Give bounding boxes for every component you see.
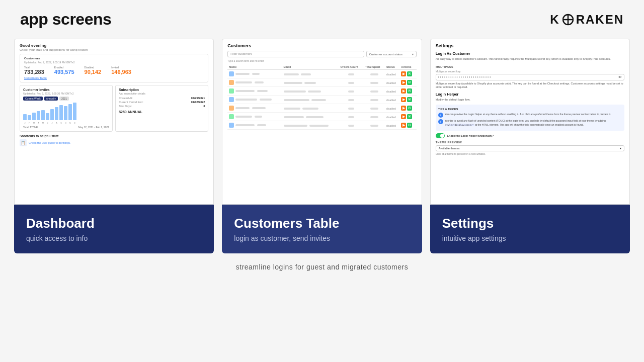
table-row: disabled ▶ ✉	[227, 121, 416, 130]
bar-Oct	[64, 106, 67, 120]
bar-Feb	[28, 115, 31, 120]
table-row: disabled ▶ ✉	[227, 87, 416, 96]
mini-bar-chart	[23, 103, 109, 120]
table-row: disabled ▶ ✉	[227, 96, 416, 104]
dash-table-link[interactable]: Customers Table	[24, 76, 204, 79]
shortcuts-section: Shortcuts to helpful stuff 📋 Check the u…	[20, 134, 208, 146]
shortcut-icon: 📋	[20, 139, 27, 146]
chevron-down-icon: ▾	[620, 147, 621, 150]
login-as-customer-title: Login As Customer	[436, 51, 624, 56]
login-helper-title: Login Helper	[436, 92, 624, 97]
dashboard-card: Good evening Check your stats and sugges…	[14, 39, 214, 253]
col-name: Name	[227, 64, 282, 70]
multipass-input: •••••••••••••••••••••••••• 👁	[436, 74, 624, 80]
screens-container: Good evening Check your stats and sugges…	[0, 34, 644, 253]
avatar	[229, 106, 234, 111]
action-btn-green[interactable]: ✉	[407, 88, 412, 94]
table-row: disabled ▶ ✉	[227, 104, 416, 113]
settings-overlay: Settings intuitive app settings	[430, 205, 630, 253]
customers-overlay-title: Customers Table	[234, 216, 410, 231]
table-row: disabled ▶ ✉	[227, 70, 416, 78]
sub-trial: Trial Days: 3	[119, 105, 205, 108]
bar-Dec	[73, 103, 76, 120]
sub-price: $250 ANNUAL	[119, 110, 205, 114]
action-btn-orange[interactable]: ▶	[401, 123, 406, 128]
login-helper-section: Login Helper Modify the default login fl…	[436, 92, 624, 155]
dash-updated: Updated at: Feb 2, 2022, 9:55:19 PM GMT+…	[24, 61, 204, 64]
settings-preview: Settings Login As Customer An easy way t…	[430, 39, 630, 205]
cust-status-filter[interactable]: Customer account status ▾	[366, 51, 417, 57]
dash-customers-label: Customers	[24, 57, 204, 60]
customers-overlay-subtitle: login as customer, send invites	[234, 234, 410, 242]
toggle-row: Enable the Login Helper functionality?	[436, 133, 624, 138]
action-btn-orange[interactable]: ▶	[401, 97, 406, 102]
cust-filter-sub: Type a search term and hit enter	[227, 59, 416, 62]
bar-Sep	[59, 105, 63, 120]
cust-search[interactable]: Filter customers	[227, 51, 364, 57]
logo-k: K	[550, 13, 559, 27]
bar-Jan	[23, 114, 27, 120]
col-spent: Total Spent	[364, 64, 385, 70]
cust-filters: Filter customers Customer account status…	[227, 51, 416, 57]
dash-numbers: Total 733,283 Enabled 493,575 Disabled 9…	[24, 66, 204, 75]
avatar	[229, 123, 234, 128]
toggle-switch[interactable]	[436, 133, 445, 138]
action-btn-orange[interactable]: ▶	[401, 114, 406, 119]
avatar	[229, 114, 234, 119]
multipass-desc: Multipass secret key (available to Shopi…	[436, 82, 624, 89]
sub-period: Current Period End: 01/02/2022	[119, 101, 205, 104]
avatar	[229, 88, 234, 94]
chart-labels: JFMAMJJASOND	[23, 122, 109, 124]
settings-overlay-subtitle: intuitive app settings	[442, 234, 618, 242]
action-btn-green[interactable]: ✉	[407, 123, 412, 128]
dash-total: Total 733,283	[24, 66, 44, 75]
logo-raken: RAKEN	[576, 13, 624, 27]
settings-card: Settings Login As Customer An easy way t…	[430, 39, 630, 253]
tip2-text: In order to avoid any flash of unstyled …	[445, 119, 622, 127]
dash-invited: Invited 146,963	[111, 66, 131, 75]
action-btn-orange[interactable]: ▶	[401, 71, 406, 76]
action-btn-green[interactable]: ✉	[407, 114, 412, 119]
pill-annual[interactable]: Annually	[44, 97, 58, 101]
action-btn-green[interactable]: ✉	[407, 71, 412, 76]
theme-preview-label: THEME PREVIEW	[436, 141, 624, 144]
pill-week[interactable]: Current Week	[23, 97, 43, 101]
table-row: disabled ▶ ✉	[227, 78, 416, 87]
cust-title: Customers	[227, 43, 416, 48]
tip1-icon: i	[438, 113, 443, 118]
col-actions: Actions	[399, 64, 416, 70]
tip1-text: You can preview the Login Helper at any …	[445, 113, 611, 117]
action-btn-green[interactable]: ✉	[407, 80, 412, 85]
dash-bottom: Customer Invites Updated at: Feb 2, 2022…	[20, 85, 208, 132]
avatar	[229, 80, 234, 85]
avatar	[229, 97, 234, 102]
logo-icon	[561, 13, 575, 27]
table-row: disabled ▶ ✉	[227, 113, 416, 121]
dash-stats-box: Customers Updated at: Feb 2, 2022, 9:55:…	[20, 54, 208, 82]
eye-icon[interactable]: 👁	[618, 75, 622, 79]
dash-pills: Current Week Annually 2021	[23, 97, 109, 101]
tips-title: TIPS & TRICKS	[438, 107, 622, 111]
action-btn-green[interactable]: ✉	[407, 97, 412, 102]
app-title: app screens	[20, 10, 111, 29]
bar-May	[41, 110, 45, 120]
pill-year[interactable]: 2021	[59, 97, 69, 101]
dash-sub: Check your stats and suggestions for usi…	[20, 48, 208, 51]
tips-box: TIPS & TRICKS i You can preview the Logi…	[436, 105, 624, 131]
shortcut-item: 📋 Check the user guide to do things.	[20, 139, 208, 146]
action-btn-green[interactable]: ✉	[407, 106, 412, 111]
theme-hint: Click at a theme to preview in a new win…	[436, 152, 624, 155]
logo: K RAKEN	[550, 13, 624, 27]
action-btn-orange[interactable]: ▶	[401, 88, 406, 94]
dashboard-overlay: Dashboard quick access to info	[14, 205, 214, 253]
action-btn-orange[interactable]: ▶	[401, 106, 406, 111]
dashboard-overlay-title: Dashboard	[26, 216, 202, 231]
multipass-section-label: MULTIPASS	[436, 65, 624, 68]
header: app screens K RAKEN	[0, 0, 644, 34]
action-btn-orange[interactable]: ▶	[401, 80, 406, 85]
multipass-secret-label: Multipass secret key	[436, 70, 624, 73]
tip-1: i You can preview the Login Helper at an…	[438, 113, 622, 118]
multipass-value: ••••••••••••••••••••••••••	[438, 75, 618, 78]
login-as-customer-desc: An easy way to check customer's account.…	[436, 57, 624, 61]
theme-select[interactable]: Available themes ▾	[436, 145, 624, 151]
